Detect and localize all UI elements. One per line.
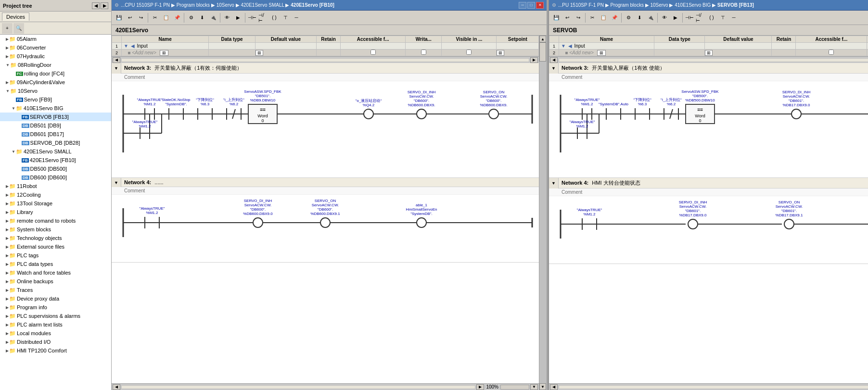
tb-paste[interactable]: 📌 — [172, 13, 182, 23]
rtb-save[interactable]: 💾 — [551, 13, 562, 23]
left-close-btn[interactable]: ✕ — [536, 2, 544, 9]
tree-item-library[interactable]: ▶📁Library — [0, 208, 111, 216]
left-table-hscroll[interactable]: ◀ ▶ — [112, 56, 539, 63]
rnet4-toggle[interactable]: ▼ — [549, 178, 559, 189]
left-minimize-btn[interactable]: ─ — [519, 2, 526, 9]
row-addnew-name[interactable]: ■ <Add new> ⊞ — [122, 50, 209, 56]
right-table-hscroll[interactable]: ◀ ▶ — [549, 56, 868, 63]
tree-item-rolling-door-fc4[interactable]: FCrolling door [FC4] — [0, 69, 111, 78]
left-zoom-dropdown[interactable]: ▼ — [530, 384, 538, 390]
tb-download[interactable]: ⬇ — [197, 13, 207, 23]
tree-item-hmitp1200[interactable]: ▶📁HMI TP1200 Comfort — [0, 346, 111, 355]
raccessible-check[interactable] — [829, 50, 834, 55]
tree-item-servo10[interactable]: ▼📁10Servo — [0, 87, 111, 95]
rrow-expand-icon[interactable]: ▼ — [561, 43, 566, 49]
tb-compile[interactable]: ⚙ — [186, 13, 196, 23]
rtb-paste[interactable]: 📌 — [609, 13, 620, 23]
rscroll-thumb-h[interactable] — [559, 58, 868, 62]
tree-item-toolstorage[interactable]: ▶📁13Tool Storage — [0, 199, 111, 208]
tb-copy[interactable]: 📋 — [161, 13, 171, 23]
tb-redo[interactable]: ↪ — [136, 13, 146, 23]
tb-monitor[interactable]: 👁 — [222, 13, 232, 23]
tree-item-hydraulic[interactable]: ▶📁07Hydraulic — [0, 52, 111, 61]
vscroll-thumb[interactable] — [539, 42, 546, 62]
visible-check[interactable] — [466, 50, 472, 55]
rtb-monitor[interactable]: 👁 — [659, 13, 670, 23]
radd-btn[interactable]: ⊞ — [597, 50, 606, 56]
rtb-wire[interactable]: ─ — [728, 13, 739, 23]
sidebar-expand-btn[interactable]: ▶ — [101, 2, 108, 9]
tree-item-robot11[interactable]: ▶📁11Robot — [0, 182, 111, 190]
tree-item-onlinebackups[interactable]: ▶📁Online backups — [0, 277, 111, 286]
tb-save[interactable]: 💾 — [114, 13, 124, 23]
rtb-branch[interactable]: ⊤ — [717, 13, 728, 23]
tb-cut[interactable]: ✂ — [150, 13, 160, 23]
tree-item-plcsuperv[interactable]: ▶📁PLC supervisions & alarms — [0, 312, 111, 320]
row-expand-icon[interactable]: ▼ — [124, 43, 128, 49]
rscroll-left-btn[interactable]: ◀ — [550, 57, 558, 63]
rtb-copy[interactable]: 📋 — [598, 13, 609, 23]
left-vscroll[interactable]: ▲ ▼ — [539, 36, 547, 390]
rtb-compile[interactable]: ⚙ — [623, 13, 634, 23]
tree-item-servo-fb9[interactable]: FBServo [FB9] — [0, 95, 111, 104]
rnet3-toggle[interactable]: ▼ — [549, 63, 559, 74]
left-hscroll[interactable]: ◀ ▶ 100% ▼ — [112, 383, 539, 390]
tree-item-plcalarm[interactable]: ▶📁PLC alarm text lists — [0, 320, 111, 329]
rtb-undo[interactable]: ↩ — [562, 13, 573, 23]
search-btn[interactable]: 🔍 — [13, 23, 24, 34]
tb-step[interactable]: ▶ — [233, 13, 243, 23]
vscroll-down[interactable]: ▼ — [539, 383, 546, 390]
tree-item-localmod[interactable]: ▶📁Local modules — [0, 329, 111, 338]
tree-item-db601[interactable]: DBDB601 [DB17] — [0, 130, 111, 138]
tb-wire[interactable]: ─ — [291, 13, 302, 23]
rtb-redo[interactable]: ↪ — [573, 13, 584, 23]
right-hscroll-thumb[interactable] — [559, 385, 868, 389]
rtb-insert-no[interactable]: ⊣⊢ — [684, 13, 695, 23]
add-btn[interactable]: ⊞ — [160, 50, 168, 56]
tree-item-deviceproxy[interactable]: ▶📁Device proxy data — [0, 294, 111, 303]
sidebar-collapse-btn[interactable]: ◀ — [92, 2, 100, 9]
scroll-thumb-h[interactable] — [121, 58, 529, 62]
tree-item-servo420-fb10[interactable]: FB420E1Servo [FB10] — [0, 156, 111, 164]
tree-item-techobj[interactable]: ▶📁Technology objects — [0, 234, 111, 242]
scroll-right-btn[interactable]: ▶ — [530, 57, 538, 63]
sidebar-tab-devices[interactable]: Devices — [2, 13, 29, 21]
new-item-btn[interactable]: + — [2, 23, 13, 34]
tb-insert-nc[interactable]: ⊣/⊢ — [258, 13, 268, 23]
tree-item-servob-db28[interactable]: DBSERVOB_DB [DB28] — [0, 138, 111, 147]
tb-online[interactable]: 🔌 — [208, 13, 218, 23]
rtb-step[interactable]: ▶ — [670, 13, 681, 23]
tree-item-rollingdoor[interactable]: ▼📁08RollingDoor — [0, 61, 111, 69]
right-scroll-left[interactable]: ◀ — [550, 384, 558, 390]
left-scroll-right[interactable]: ▶ — [476, 384, 484, 390]
left-restore-btn[interactable]: □ — [527, 2, 535, 9]
setpoint-btn[interactable]: ⊞ — [497, 50, 504, 56]
tree-item-alarm[interactable]: ▶📁05Alarm — [0, 35, 111, 43]
tree-item-plctags[interactable]: ▶📁PLC tags — [0, 251, 111, 260]
rtb-insert-coil[interactable]: ( ) — [706, 13, 717, 23]
tree-item-servo410big[interactable]: ▼📁410E1Servo BIG — [0, 104, 111, 113]
accessible-check[interactable] — [370, 50, 376, 55]
net3-toggle[interactable]: ▼ — [112, 63, 121, 74]
vscroll-up[interactable]: ▲ — [539, 36, 546, 42]
default-btn[interactable]: ⊞ — [255, 50, 263, 56]
tree-item-db501[interactable]: DBDB501 [DB9] — [0, 121, 111, 130]
rrow-addnew-name[interactable]: ■ <Add new> ⊞ — [559, 50, 654, 56]
tb-insert-no[interactable]: ⊣⊢ — [247, 13, 257, 23]
rtb-download[interactable]: ⬇ — [634, 13, 645, 23]
scroll-left-btn[interactable]: ◀ — [113, 57, 120, 63]
rdefault-btn[interactable]: ⊞ — [705, 50, 713, 56]
tree-item-db500[interactable]: DBDB500 [DB500] — [0, 164, 111, 173]
tree-item-plcdatatypes[interactable]: ▶📁PLC data types — [0, 260, 111, 268]
tree-item-sysblocks[interactable]: ▶📁System blocks — [0, 225, 111, 234]
vscroll-track[interactable] — [539, 42, 547, 383]
tree-item-distributedio[interactable]: ▶📁Distributed I/O — [0, 338, 111, 346]
tree-item-aircylinder[interactable]: ▶📁09AirCylinder&Valve — [0, 78, 111, 87]
left-hscroll-thumb[interactable] — [121, 385, 475, 389]
tree-item-servob-fb13[interactable]: FBSERVOB [FB13] — [0, 113, 111, 121]
left-zoom-slider[interactable] — [500, 385, 529, 390]
writable-check[interactable] — [421, 50, 426, 55]
net4-toggle[interactable]: ▼ — [112, 178, 121, 187]
left-scroll-left[interactable]: ◀ — [113, 384, 120, 390]
tb-branch[interactable]: ⊤ — [280, 13, 291, 23]
